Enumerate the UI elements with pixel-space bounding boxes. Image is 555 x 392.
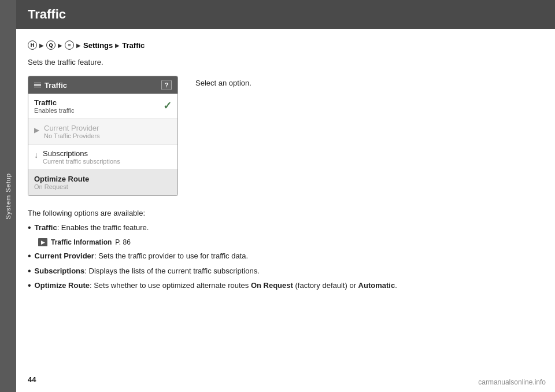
term-provider: Current Provider (35, 252, 94, 260)
bullet-dot-2: • (28, 250, 31, 262)
text-provider: : Sets the traffic provider to use for t… (94, 252, 248, 260)
breadcrumb-arrow-1: ▶ (39, 42, 44, 49)
select-option-label: Select an option. (195, 76, 251, 87)
term-automatic: Automatic (358, 281, 395, 290)
down-icon: ↓ (34, 150, 38, 160)
menu-header-title: Traffic (45, 81, 67, 90)
menu-header-left: Traffic (34, 81, 67, 90)
menu-item-traffic-title: Traffic (34, 98, 158, 107)
content-area: H ▶ Q ▶ ≡ ▶ Settings ▶ Traffic Sets the … (16, 29, 555, 392)
page-title: Traffic (28, 7, 66, 22)
term-subscriptions: Subscriptions (35, 267, 85, 275)
ui-row: Traffic ? Traffic Enables traffic ✓ ▶ (28, 76, 543, 196)
bullet-dot-1: • (28, 222, 31, 234)
menu-item-traffic-subtitle: Enables traffic (34, 107, 158, 114)
bullet-dot-4: • (28, 280, 31, 292)
breadcrumb-icon-q: Q (46, 40, 56, 50)
arrow-icon: ▶ (34, 126, 39, 134)
menu-item-optimize-title: Optimize Route (34, 175, 172, 183)
bullet-traffic-text: Traffic: Enables the traffic feature. (35, 222, 149, 234)
description-intro: The following options are available: (28, 208, 543, 220)
menu-item-provider-title: Current Provider (44, 124, 172, 132)
menu-item-optimize-content: Optimize Route On Request (34, 175, 172, 190)
bullet-sub-text: Subscriptions: Displays the lists of the… (35, 265, 260, 277)
bullet-optimize-text: Optimize Route: Sets whether to use opti… (35, 280, 397, 291)
hamburger-icon (34, 83, 41, 88)
breadcrumb-arrow-4: ▶ (115, 42, 120, 49)
menu-item-optimize-subtitle: On Request (34, 183, 172, 190)
breadcrumb-icon-h: H (28, 40, 37, 50)
bullet-dot-3: • (28, 265, 31, 278)
info-ref-title: Traffic Information (51, 237, 112, 248)
menu-item-sub-subtitle: Current traffic subscriptions (43, 158, 172, 165)
breadcrumb-arrow-3: ▶ (76, 42, 81, 49)
menu-item-optimize[interactable]: Optimize Route On Request (28, 170, 177, 195)
sidebar: System Setup (0, 0, 16, 392)
menu-item-subscriptions[interactable]: ↓ Subscriptions Current traffic subscrip… (28, 145, 177, 170)
help-button[interactable]: ? (161, 80, 172, 90)
text-traffic: : Enables the traffic feature. (57, 223, 149, 232)
menu-item-provider-subtitle: No Traffic Providers (44, 132, 172, 139)
bullet-subscriptions: • Subscriptions: Displays the lists of t… (28, 265, 543, 278)
term-optimize: Optimize Route (35, 281, 90, 290)
page-number: 44 (28, 375, 36, 384)
text-optimize-2: (factory default) or (293, 281, 358, 290)
sidebar-label: System Setup (5, 173, 12, 219)
bullet-list: • Traffic: Enables the traffic feature. (28, 222, 543, 234)
menu-item-sub-content: Subscriptions Current traffic subscripti… (43, 149, 172, 165)
bullet-traffic: • Traffic: Enables the traffic feature. (28, 222, 543, 234)
info-ref-page: P. 86 (115, 237, 130, 248)
breadcrumb-arrow-2: ▶ (58, 42, 62, 49)
checkmark-icon: ✓ (163, 99, 172, 112)
breadcrumb: H ▶ Q ▶ ≡ ▶ Settings ▶ Traffic (28, 40, 543, 50)
bullet-provider: • Current Provider: Sets the traffic pro… (28, 250, 543, 262)
text-optimize-3: . (395, 281, 397, 290)
text-subscriptions: : Displays the lists of the current traf… (84, 267, 260, 275)
term-on-request: On Request (251, 281, 293, 290)
breadcrumb-settings[interactable]: Settings (83, 41, 113, 50)
info-ref-icon: ▶ (38, 238, 47, 246)
menu-mockup: Traffic ? Traffic Enables traffic ✓ ▶ (28, 76, 178, 196)
menu-item-traffic-content: Traffic Enables traffic (34, 98, 158, 114)
menu-item-sub-title: Subscriptions (43, 149, 172, 158)
menu-mockup-header: Traffic ? (28, 76, 177, 94)
intro-text: Sets the traffic feature. (28, 58, 543, 66)
menu-item-provider-content: Current Provider No Traffic Providers (44, 124, 172, 139)
bullet-list-2: • Current Provider: Sets the traffic pro… (28, 250, 543, 292)
breadcrumb-icon-menu: ≡ (65, 40, 74, 50)
menu-item-current-provider: ▶ Current Provider No Traffic Providers (28, 119, 177, 145)
text-optimize: : Sets whether to use optimized alternat… (90, 281, 251, 290)
menu-item-traffic[interactable]: Traffic Enables traffic ✓ (28, 94, 177, 119)
term-traffic: Traffic (35, 223, 57, 232)
breadcrumb-traffic[interactable]: Traffic (122, 41, 145, 50)
bullet-optimize: • Optimize Route: Sets whether to use op… (28, 280, 543, 292)
info-ref[interactable]: ▶ Traffic Information P. 86 (38, 237, 543, 248)
watermark: carmanualsonline.info (478, 378, 546, 386)
bullet-provider-text: Current Provider: Sets the traffic provi… (35, 250, 248, 262)
main-content: Traffic H ▶ Q ▶ ≡ ▶ Settings ▶ Traffic S… (16, 0, 555, 392)
description-section: The following options are available: • T… (28, 208, 543, 292)
page-header: Traffic (16, 0, 555, 29)
